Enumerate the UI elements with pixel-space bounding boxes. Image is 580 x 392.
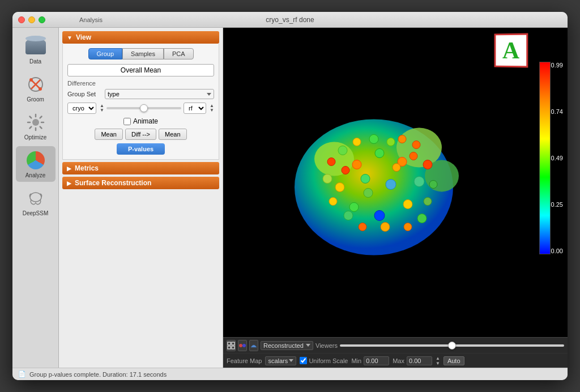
- svg-point-40: [398, 135, 406, 143]
- max-group: Max ▲ ▼: [393, 356, 440, 366]
- svg-point-6: [30, 193, 41, 202]
- group-slider[interactable]: [106, 107, 181, 109]
- sidebar-item-data[interactable]: Data: [16, 32, 56, 68]
- uniform-scale-label: Uniform Scale: [309, 357, 348, 364]
- max-down-arrow[interactable]: ▼: [436, 361, 440, 366]
- svg-point-14: [414, 177, 424, 187]
- feature-map-label: Feature Map: [227, 357, 262, 364]
- animate-checkbox[interactable]: [123, 118, 131, 125]
- svg-point-47: [242, 344, 246, 347]
- sidebar-deepsm-label: DeepSSM: [23, 210, 49, 216]
- metrics-section-header[interactable]: ▶ Metrics: [62, 162, 219, 174]
- svg-point-22: [393, 164, 400, 172]
- svg-point-35: [369, 135, 378, 144]
- uniform-scale-checkbox[interactable]: [300, 357, 307, 364]
- svg-rect-45: [232, 346, 234, 349]
- auto-button[interactable]: Auto: [443, 356, 464, 365]
- viewport-toolbar: Reconstructed Viewers: [223, 337, 568, 353]
- left-group-select: cryo ▲ ▼: [67, 103, 104, 114]
- sidebar-data-label: Data: [29, 58, 41, 65]
- sidebar-optimize-label: Optimize: [24, 134, 46, 140]
- left-down-arrow[interactable]: ▼: [100, 108, 104, 113]
- pvalues-button[interactable]: P-values: [117, 143, 165, 155]
- tab-pca[interactable]: PCA: [164, 48, 194, 59]
- right-down-arrow[interactable]: ▼: [210, 108, 214, 113]
- surface-icon-btn[interactable]: [249, 340, 258, 351]
- group-slider-container: [106, 107, 181, 109]
- svg-point-29: [344, 211, 353, 220]
- svg-point-4: [39, 87, 42, 91]
- svg-point-25: [423, 160, 432, 169]
- view-mode-select[interactable]: Reconstructed: [261, 341, 313, 350]
- feature-map-select[interactable]: scalars: [265, 356, 296, 365]
- colorbar: [539, 62, 551, 254]
- metrics-section: ▶ Metrics: [62, 162, 219, 174]
- svg-point-39: [424, 198, 432, 206]
- mean-left-button[interactable]: Mean: [95, 129, 123, 140]
- analysis-label: Analysis: [79, 16, 103, 23]
- deepsm-icon: [25, 188, 46, 209]
- tab-samples[interactable]: Samples: [122, 48, 164, 59]
- svg-point-31: [323, 174, 332, 184]
- svg-point-12: [375, 149, 384, 158]
- group-set-select[interactable]: type: [105, 89, 214, 99]
- feature-bar: Feature Map scalars Uniform Scale Min Ma…: [223, 353, 568, 368]
- title-bar: Analysis cryo_vs_rf done: [12, 12, 568, 28]
- status-message: Group p-values complete. Duration: 17.1 …: [29, 371, 167, 378]
- viewers-label: Viewers: [315, 342, 338, 349]
- svg-point-19: [342, 167, 349, 174]
- traffic-lights: [18, 16, 45, 23]
- right-group-dropdown[interactable]: rf: [184, 103, 206, 114]
- surface-section-header[interactable]: ▶ Surface Reconstruction: [62, 177, 219, 189]
- sidebar-item-optimize[interactable]: Optimize: [16, 108, 56, 144]
- view-section-header[interactable]: ▼ View: [62, 31, 219, 44]
- view-section-content: Group Samples PCA Difference Group Set t…: [62, 44, 219, 160]
- surface-section-title: Surface Reconstruction: [75, 179, 151, 187]
- mean-right-button[interactable]: Mean: [159, 129, 187, 140]
- min-input[interactable]: [364, 356, 389, 365]
- max-input[interactable]: [407, 356, 432, 365]
- resize-icon-btn[interactable]: [227, 340, 236, 351]
- minimize-button[interactable]: [28, 16, 35, 23]
- svg-point-15: [403, 200, 412, 209]
- sidebar-item-groom[interactable]: Groom: [16, 70, 56, 106]
- close-button[interactable]: [18, 16, 25, 23]
- glyph-icon-btn[interactable]: [238, 340, 247, 351]
- max-label: Max: [393, 357, 404, 364]
- svg-point-38: [417, 214, 427, 223]
- colorbar-value-1: 0.74: [551, 108, 563, 115]
- tab-group[interactable]: Group: [88, 48, 123, 59]
- right-arrows: ▲ ▼: [210, 104, 214, 113]
- surface-collapse-icon: ▶: [67, 180, 71, 186]
- metrics-section-title: Metrics: [75, 164, 99, 172]
- main-window: Analysis cryo_vs_rf done Data: [12, 12, 568, 380]
- svg-point-33: [338, 146, 347, 155]
- svg-point-46: [239, 344, 242, 347]
- viewport-3d[interactable]: A 0.99 0.74 0.49 0.25 0.00: [223, 28, 568, 337]
- database-icon: [25, 39, 46, 54]
- svg-point-23: [364, 189, 373, 198]
- svg-point-17: [349, 203, 359, 212]
- max-up-arrow[interactable]: ▲: [436, 356, 440, 361]
- svg-point-34: [353, 138, 361, 146]
- optimize-icon: [25, 112, 46, 133]
- animate-label: Animate: [133, 117, 158, 125]
- sidebar-item-deepsm[interactable]: DeepSSM: [16, 184, 56, 220]
- sidebar-analyze-label: Analyze: [25, 172, 46, 178]
- left-group-dropdown[interactable]: cryo: [67, 103, 96, 114]
- viewers-slider[interactable]: [340, 344, 564, 347]
- sidebar-item-analyze[interactable]: Analyze: [16, 146, 56, 182]
- colorbar-value-3: 0.25: [551, 201, 563, 208]
- analyze-icon: [25, 150, 46, 171]
- svg-point-16: [374, 211, 385, 221]
- a-icon: A: [494, 33, 528, 68]
- fullscreen-button[interactable]: [39, 16, 45, 23]
- svg-point-26: [429, 181, 437, 189]
- right-group-select: rf ▲ ▼: [184, 103, 214, 114]
- min-group: Min: [351, 356, 389, 365]
- diff-button[interactable]: Diff -->: [125, 129, 156, 140]
- sidebar: Data Groom: [12, 28, 59, 368]
- overall-mean-input[interactable]: [67, 64, 214, 76]
- svg-point-27: [381, 223, 390, 232]
- view-section-title: View: [76, 33, 91, 41]
